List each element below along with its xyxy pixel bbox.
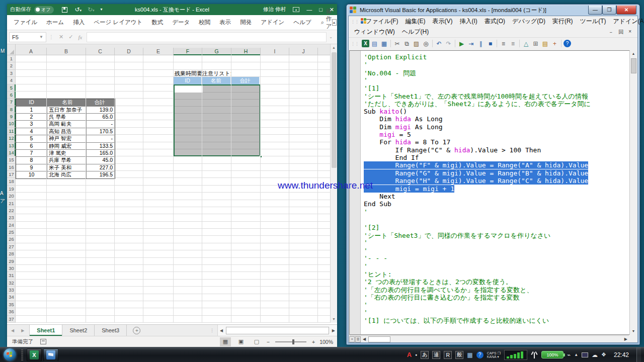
formula-input[interactable] xyxy=(87,32,327,42)
selected-cell[interactable] xyxy=(202,100,231,106)
selected-range[interactable] xyxy=(174,84,261,157)
maximize-button[interactable]: □ xyxy=(319,7,323,13)
menu-ファイル(F)[interactable]: ファイル(F) xyxy=(362,17,401,26)
row-header-4[interactable]: 4 xyxy=(7,77,16,84)
row-header-11[interactable]: 11 xyxy=(7,128,16,135)
cell[interactable]: 196.5 xyxy=(87,171,115,178)
row-header-5[interactable]: 5 xyxy=(7,84,16,92)
cell[interactable]: 10 xyxy=(16,171,47,178)
name-box[interactable]: F5 ▼ xyxy=(9,32,46,42)
selected-cell[interactable] xyxy=(202,142,231,149)
procedure-view-icon[interactable]: ≡ xyxy=(349,336,355,342)
prev-sheet-icon[interactable]: ◀ xyxy=(11,328,14,333)
selected-cell[interactable] xyxy=(202,128,231,135)
cell[interactable]: 2 xyxy=(16,114,47,121)
outdent-icon[interactable]: ≡ xyxy=(509,39,517,48)
row-header-2[interactable]: 2 xyxy=(7,62,16,69)
cell[interactable]: 8 xyxy=(16,157,47,164)
full-module-view-icon[interactable]: ☰ xyxy=(355,336,361,342)
cell[interactable]: 4 xyxy=(16,128,47,135)
header-cell[interactable]: 合計 xyxy=(87,99,115,106)
row-header-28[interactable]: 28 xyxy=(7,250,16,257)
cell[interactable]: - xyxy=(87,121,115,128)
scrollbar-thumb[interactable] xyxy=(226,327,329,334)
undo-icon[interactable]: ↶ xyxy=(435,39,443,48)
header-cell[interactable]: 名前 xyxy=(47,99,87,106)
battery-indicator[interactable]: 100% xyxy=(541,351,564,358)
redo-icon[interactable]: ↷ xyxy=(444,39,453,48)
enter-icon[interactable]: ✓ xyxy=(68,34,73,40)
ribbon-tab-ページ レイアウト[interactable]: ページ レイアウト xyxy=(89,19,147,26)
column-header-partial[interactable] xyxy=(318,48,331,55)
selected-cell[interactable] xyxy=(202,93,231,99)
cell[interactable]: 静岡 威宏 xyxy=(47,143,87,150)
row-header-23[interactable]: 23 xyxy=(7,214,16,221)
selected-cell[interactable] xyxy=(202,85,231,92)
column-header-A[interactable]: A xyxy=(16,48,47,55)
scroll-down-icon[interactable]: ▼ xyxy=(331,316,337,323)
minimize-button[interactable]: — xyxy=(588,6,602,15)
paste-icon[interactable]: ▨ xyxy=(412,39,421,48)
ime-conversion-button[interactable]: 連 xyxy=(432,351,440,359)
row-header-20[interactable]: 20 xyxy=(7,193,16,200)
ime-help-icon[interactable]: ? xyxy=(476,351,484,358)
selected-cell[interactable] xyxy=(231,135,260,142)
right-table-header[interactable]: ID名前合計 xyxy=(174,77,260,84)
save-icon[interactable] xyxy=(62,7,67,13)
row-header-21[interactable]: 21 xyxy=(7,200,16,207)
column-header-E[interactable]: E xyxy=(143,48,174,55)
selected-cell[interactable] xyxy=(231,142,260,149)
scroll-right-icon[interactable]: ▶ xyxy=(623,337,629,341)
cancel-icon[interactable]: ✕ xyxy=(59,34,63,40)
cloud-tray-icon[interactable]: ☁ xyxy=(592,351,598,358)
break-icon[interactable]: ∥ xyxy=(476,39,485,48)
overtime-source-table[interactable]: ID名前合計1五日市 加奈子139.02呉 早希65.03高岡 範夫-4高知 昌… xyxy=(16,99,115,179)
row-header-8[interactable]: 8 xyxy=(7,106,16,113)
cell[interactable]: 高岡 範夫 xyxy=(47,121,87,128)
selected-cell[interactable] xyxy=(175,135,202,142)
selected-cell[interactable] xyxy=(202,135,231,142)
selected-cell[interactable] xyxy=(202,149,231,156)
row-header-12[interactable]: 12 xyxy=(7,135,16,142)
row-header-26[interactable]: 26 xyxy=(7,236,16,243)
selected-cell[interactable] xyxy=(231,121,260,128)
header-cell[interactable]: ID xyxy=(16,99,47,106)
mdi-close-button[interactable]: × xyxy=(628,29,631,36)
close-button[interactable]: ✕ xyxy=(330,7,334,13)
selected-cell[interactable] xyxy=(231,128,260,135)
row-header-15[interactable]: 15 xyxy=(7,156,16,163)
row-header-17[interactable]: 17 xyxy=(7,171,16,178)
ribbon-tab-アドイン[interactable]: アドイン xyxy=(256,19,289,26)
ribbon-display-options-icon[interactable]: ▴ xyxy=(293,7,299,12)
selected-cell[interactable] xyxy=(175,128,202,135)
add-sheet-icon[interactable]: ＋ xyxy=(133,327,140,334)
indent-icon[interactable]: ≡ xyxy=(499,39,508,48)
cut-icon[interactable]: ✂ xyxy=(393,39,401,48)
menu-ツール(T)[interactable]: ツール(T) xyxy=(577,17,610,26)
selected-cell[interactable] xyxy=(175,149,202,156)
cell[interactable]: 45.0 xyxy=(87,157,115,164)
row-header-30[interactable]: 30 xyxy=(7,265,16,272)
cell[interactable]: 神戸 智宏 xyxy=(47,135,87,142)
scroll-down-icon[interactable]: ▼ xyxy=(630,328,637,335)
selected-cell[interactable] xyxy=(175,142,202,149)
selected-cell[interactable] xyxy=(175,114,202,120)
zoom-out-icon[interactable]: − xyxy=(267,339,270,345)
ribbon-tab-挿入[interactable]: 挿入 xyxy=(68,19,89,26)
horizontal-scrollbar[interactable]: ≡ ☰ ◀ ▶ xyxy=(349,335,629,342)
close-button[interactable]: ✕ xyxy=(616,6,636,15)
display-tray-icon[interactable] xyxy=(582,352,588,357)
scroll-left-icon[interactable]: ◀ xyxy=(218,328,225,333)
status-dot-icon[interactable]: ● xyxy=(415,353,417,356)
minimize-button[interactable]: — xyxy=(306,7,312,13)
caps-kana-indicator[interactable]: CAPS ❐ KANA ▾ xyxy=(487,351,501,358)
cell[interactable]: 北海 尚広 xyxy=(47,171,87,178)
ribbon-tab-ヘルプ[interactable]: ヘルプ xyxy=(289,19,315,26)
row-header-6[interactable]: 6 xyxy=(7,92,16,99)
row-header-25[interactable]: 25 xyxy=(7,229,16,236)
scroll-up-icon[interactable]: ▲ xyxy=(331,44,337,51)
normal-view-icon[interactable]: ▦ xyxy=(220,337,231,346)
taskbar-vba-button[interactable] xyxy=(43,348,58,361)
ime-general-button[interactable]: 般 xyxy=(455,351,463,359)
cell[interactable]: 津 篤史 xyxy=(47,150,87,157)
